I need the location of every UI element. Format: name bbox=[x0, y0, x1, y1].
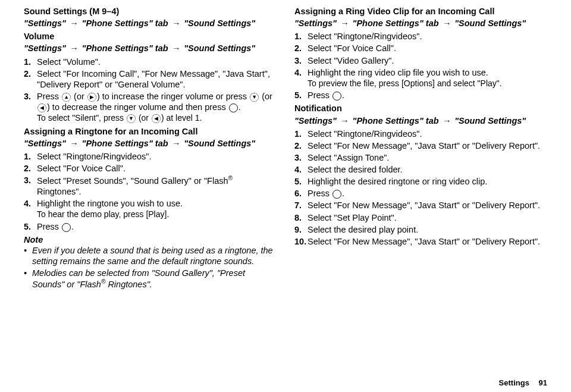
notification-steps: 1.Select "Ringtone/Ringvideos". 2.Select… bbox=[294, 128, 547, 247]
arrow-icon: → bbox=[172, 43, 181, 53]
text: ) at level 1. bbox=[161, 113, 202, 123]
ringvideo-path: "Settings" → "Phone Settings" tab → "Sou… bbox=[294, 18, 547, 29]
step-number: 10. bbox=[294, 236, 308, 247]
step-number: 4. bbox=[294, 67, 308, 89]
step: 1. Select "Volume". bbox=[24, 57, 277, 67]
step: 2.Select "For Voice Call". bbox=[294, 43, 547, 54]
step-text: Select "Ringtone/Ringvideos". bbox=[308, 128, 547, 139]
step-text: Select "Video Gallery". bbox=[308, 55, 547, 66]
step-number: 8. bbox=[294, 212, 308, 223]
text: Press bbox=[37, 92, 61, 101]
step-text: Select "Ringtone/Ringvideos". bbox=[37, 151, 277, 162]
step-number: 2. bbox=[24, 68, 37, 90]
step-number: 5. bbox=[294, 176, 308, 187]
ringvideo-steps: 1.Select "Ringtone/Ringvideos". 2.Select… bbox=[294, 31, 547, 101]
ringvideo-heading: Assigning a Ring Video Clip for an Incom… bbox=[294, 6, 547, 17]
step-number: 6. bbox=[294, 188, 308, 199]
step: 1.Select "Ringtone/Ringvideos". bbox=[294, 31, 547, 42]
step: 3. Press ▲ (or ▶) to increase the ringer… bbox=[24, 91, 277, 124]
volume-steps: 1. Select "Volume". 2. Select "For Incom… bbox=[24, 57, 277, 124]
path-part: "Settings" bbox=[294, 18, 337, 28]
step: 10.Select "For New Message", "Java Start… bbox=[294, 236, 547, 247]
path-part: "Phone Settings" tab bbox=[82, 18, 168, 28]
path-part: "Phone Settings" tab bbox=[82, 43, 168, 53]
path-part: "Settings" bbox=[294, 116, 337, 126]
sound-settings-title: Sound Settings (M 9–4) bbox=[24, 6, 277, 17]
text: (or bbox=[71, 92, 87, 101]
step: 3.Select "Assign Tone". bbox=[294, 152, 547, 163]
step-number: 1. bbox=[24, 151, 37, 162]
step-text: Highlight the ring video clip file you w… bbox=[308, 67, 547, 89]
footer-label: Settings bbox=[499, 378, 529, 387]
path-part: "Settings" bbox=[24, 43, 66, 53]
step-text: Press . bbox=[308, 188, 547, 199]
step-text: Select "Volume". bbox=[37, 57, 277, 67]
columns: Sound Settings (M 9–4) "Settings" → "Pho… bbox=[24, 5, 547, 372]
right-icon: ▶ bbox=[87, 93, 96, 102]
path-part: "Sound Settings" bbox=[184, 43, 255, 53]
text: Press bbox=[308, 189, 332, 198]
path-part: "Sound Settings" bbox=[454, 18, 526, 28]
volume-path: "Settings" → "Phone Settings" tab → "Sou… bbox=[24, 43, 277, 54]
step: 5. Press . bbox=[24, 221, 277, 232]
step: 7.Select "For New Message", "Java Start"… bbox=[294, 200, 547, 211]
text: Ringtones". bbox=[37, 187, 81, 196]
step-number: 5. bbox=[24, 221, 37, 232]
step: 4. Highlight the ringtone you wish to us… bbox=[24, 198, 277, 220]
step: 4.Highlight the ring video clip file you… bbox=[294, 67, 547, 89]
left-icon: ◀ bbox=[37, 104, 46, 112]
step-text: Select "Set Play Point". bbox=[308, 212, 547, 223]
note-heading: Note bbox=[24, 234, 277, 245]
path-part: "Settings" bbox=[24, 18, 66, 28]
step-number: 1. bbox=[294, 31, 308, 42]
step-number: 3. bbox=[24, 175, 37, 197]
step-subnote: To select "Silent", press ▼ (or ◀) at le… bbox=[37, 113, 277, 124]
step: 2. Select "For Voice Call". bbox=[24, 163, 277, 174]
step-number: 4. bbox=[294, 164, 308, 175]
step: 8.Select "Set Play Point". bbox=[294, 212, 547, 223]
step-number: 1. bbox=[294, 128, 308, 139]
text: ) to decrease the ringer volume and then… bbox=[47, 102, 228, 112]
step-number: 9. bbox=[294, 224, 308, 235]
step-text: Select "For New Message", "Java Start" o… bbox=[308, 140, 547, 151]
ok-icon bbox=[229, 104, 238, 112]
ringtone-steps: 1. Select "Ringtone/Ringvideos". 2. Sele… bbox=[24, 151, 277, 232]
manual-page: Sound Settings (M 9–4) "Settings" → "Pho… bbox=[0, 0, 571, 392]
step-number: 2. bbox=[24, 163, 37, 174]
ringtone-path: "Settings" → "Phone Settings" tab → "Sou… bbox=[24, 138, 277, 149]
step-text: Select the desired play point. bbox=[308, 224, 547, 235]
step-text: Select "Ringtone/Ringvideos". bbox=[308, 31, 547, 42]
step: 5.Press . bbox=[294, 90, 547, 101]
arrow-icon: → bbox=[70, 139, 79, 148]
step-text: Press ▲ (or ▶) to increase the ringer vo… bbox=[37, 91, 277, 124]
step: 6.Press . bbox=[294, 188, 547, 199]
step-subnote: To hear the demo play, press [Play]. bbox=[37, 209, 277, 220]
text: (or bbox=[136, 113, 151, 123]
ok-icon bbox=[62, 223, 71, 232]
text: . bbox=[342, 189, 344, 198]
notification-path: "Settings" → "Phone Settings" tab → "Sou… bbox=[294, 115, 547, 126]
step: 9.Select the desired play point. bbox=[294, 224, 547, 235]
step: 5.Highlight the desired ringtone or ring… bbox=[294, 176, 547, 187]
arrow-icon: → bbox=[340, 18, 349, 28]
step: 3. Select "Preset Sounds", "Sound Galler… bbox=[24, 175, 277, 197]
step-text: Select "For New Message", "Java Start" o… bbox=[308, 200, 547, 211]
note-item: Even if you delete a sound that is being… bbox=[24, 245, 277, 266]
left-column: Sound Settings (M 9–4) "Settings" → "Pho… bbox=[24, 5, 277, 372]
step-text: Select "For Voice Call". bbox=[37, 163, 277, 174]
step-text: Highlight the ringtone you wish to use. … bbox=[37, 198, 277, 220]
step-number: 1. bbox=[24, 57, 37, 67]
note-list: Even if you delete a sound that is being… bbox=[24, 245, 277, 290]
page-number: 91 bbox=[539, 378, 547, 387]
text: Melodies can be selected from "Sound Gal… bbox=[32, 268, 277, 290]
step: 3.Select "Video Gallery". bbox=[294, 55, 547, 66]
step-text: Press . bbox=[37, 221, 277, 232]
path-part: "Settings" bbox=[24, 139, 66, 148]
text: ) to increase the ringer volume or press bbox=[97, 92, 249, 101]
text: Press bbox=[37, 222, 61, 231]
step-text: Select "For New Message", "Java Start" o… bbox=[308, 236, 547, 247]
step-text: Select "For Incoming Call", "For New Mes… bbox=[37, 68, 277, 90]
step: 2.Select "For New Message", "Java Start"… bbox=[294, 140, 547, 151]
path-part: "Sound Settings" bbox=[184, 18, 255, 28]
text: . bbox=[342, 90, 344, 100]
